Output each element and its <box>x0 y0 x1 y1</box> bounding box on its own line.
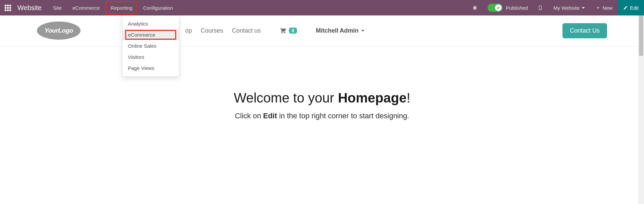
dropdown-online-sales[interactable]: Online Sales <box>122 40 179 51</box>
nav-shop-partial[interactable]: op <box>185 27 192 34</box>
nav-courses[interactable]: Courses <box>201 27 223 34</box>
switch-track <box>488 4 502 12</box>
cart-button[interactable]: 0 <box>280 27 297 34</box>
sub-prefix: Click on <box>235 112 263 120</box>
topbar-left: Website Site eCommerce Reporting Configu… <box>0 0 179 15</box>
brand-label[interactable]: Website <box>15 0 48 15</box>
scrollbar[interactable] <box>638 15 644 120</box>
website-selector[interactable]: My Website <box>548 0 590 15</box>
logo-image: YourLogo <box>37 22 81 40</box>
topbar-right: Published My Website New Edit <box>467 0 644 15</box>
publish-toggle[interactable]: Published <box>483 0 533 15</box>
cart-icon <box>280 27 287 34</box>
site-header: YourLogo op Courses Contact us 0 Mitchel… <box>0 15 644 47</box>
welcome-prefix: Welcome to your <box>234 90 338 105</box>
dropdown-analytics[interactable]: Analytics <box>122 18 179 29</box>
menu-site[interactable]: Site <box>48 0 67 15</box>
check-icon <box>496 6 500 10</box>
chevron-down-icon <box>361 30 364 32</box>
chevron-down-icon <box>582 7 585 9</box>
debug-button[interactable] <box>467 0 483 15</box>
menu-ecommerce[interactable]: eCommerce <box>67 0 105 15</box>
nav-contact-us[interactable]: Contact us <box>232 27 261 34</box>
website-selector-label: My Website <box>553 5 580 11</box>
logo-text-prefix: Your <box>44 27 58 34</box>
welcome-suffix: ! <box>406 90 410 105</box>
mobile-preview-button[interactable] <box>533 0 548 15</box>
apps-button[interactable] <box>0 0 15 15</box>
menu-reporting[interactable]: Reporting <box>105 0 138 15</box>
edit-button[interactable]: Edit <box>618 0 644 15</box>
user-name: Mitchell Admin <box>316 27 358 34</box>
pencil-icon <box>623 5 628 10</box>
cart-count-badge: 0 <box>289 28 297 34</box>
contact-us-button[interactable]: Contact Us <box>562 23 607 38</box>
menu-configuration[interactable]: Configuration <box>138 0 178 15</box>
page-content: Welcome to your Homepage! Click on Edit … <box>0 47 644 120</box>
edit-label: Edit <box>630 5 639 11</box>
welcome-heading: Welcome to your Homepage! <box>0 90 644 106</box>
published-label: Published <box>506 5 528 11</box>
welcome-bold: Homepage <box>338 90 407 105</box>
admin-topbar: Website Site eCommerce Reporting Configu… <box>0 0 644 15</box>
dropdown-page-views[interactable]: Page Views <box>122 63 179 74</box>
bug-icon <box>472 5 478 10</box>
dropdown-visitors[interactable]: Visitors <box>122 51 179 63</box>
reporting-dropdown: Analytics eCommerce Online Sales Visitor… <box>122 15 179 77</box>
sub-bold: Edit <box>263 112 277 120</box>
scrollbar-thumb[interactable] <box>639 15 643 56</box>
mobile-icon <box>538 5 543 11</box>
sub-suffix: in the top right corner to start designi… <box>277 112 409 120</box>
logo[interactable]: YourLogo <box>37 22 81 40</box>
switch-knob <box>495 4 502 11</box>
new-label: New <box>602 5 612 11</box>
new-button[interactable]: New <box>590 0 618 15</box>
welcome-subtext: Click on Edit in the top right corner to… <box>0 112 644 120</box>
user-menu[interactable]: Mitchell Admin <box>316 27 364 34</box>
logo-text-suffix: Logo <box>58 27 73 34</box>
plus-icon <box>596 5 600 10</box>
dropdown-ecommerce[interactable]: eCommerce <box>122 29 179 40</box>
apps-icon <box>5 5 11 11</box>
